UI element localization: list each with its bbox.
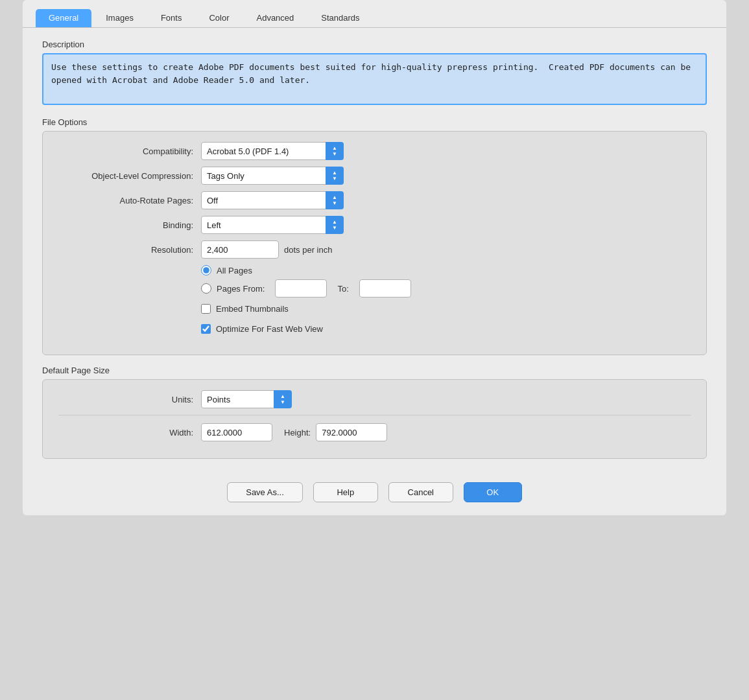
resolution-label: Resolution:: [58, 245, 201, 255]
description-textarea[interactable]: Use these settings to create Adobe PDF d…: [42, 53, 707, 105]
pages-radio-group: All Pages Pages From: To:: [201, 265, 411, 298]
binding-row: Binding: Left ▲ ▼: [58, 216, 691, 234]
binding-label: Binding:: [58, 220, 201, 230]
pages-from-option: Pages From: To:: [201, 279, 411, 298]
save-as-button[interactable]: Save As...: [227, 482, 303, 502]
autorotate-select[interactable]: Off: [201, 191, 344, 209]
pages-from-radio[interactable]: [201, 283, 211, 294]
all-pages-radio[interactable]: [201, 265, 211, 275]
file-options-panel: Compatibility: Acrobat 5.0 (PDF 1.4) ▲ ▼…: [42, 131, 707, 355]
compression-select[interactable]: Tags Only: [201, 167, 344, 185]
optimize-label: Optimize For Fast Web View: [216, 324, 323, 334]
description-section-label: Description: [42, 40, 707, 49]
tab-color[interactable]: Color: [196, 9, 242, 27]
autorotate-row: Auto-Rotate Pages: Off ▲ ▼: [58, 191, 691, 209]
to-label: To:: [337, 284, 348, 294]
width-label: Width:: [58, 428, 201, 438]
tab-fonts[interactable]: Fonts: [148, 9, 195, 27]
all-pages-label: All Pages: [217, 266, 252, 275]
embed-thumbnails-row: Embed Thumbnails: [58, 304, 691, 318]
compatibility-select-wrapper: Acrobat 5.0 (PDF 1.4) ▲ ▼: [201, 142, 344, 160]
width-height-row: Width: Height:: [58, 423, 691, 441]
optimize-checkbox-row: Optimize For Fast Web View: [201, 324, 323, 334]
units-label: Units:: [58, 395, 201, 404]
file-options-section-label: File Options: [42, 117, 707, 127]
optimize-checkbox[interactable]: [201, 324, 211, 334]
embed-thumbnails-checkbox[interactable]: [201, 304, 211, 314]
tab-content: Description Use these settings to create…: [23, 28, 726, 476]
pages-radio-row: All Pages Pages From: To:: [58, 265, 691, 298]
height-label: Height:: [284, 428, 311, 438]
compatibility-row: Compatibility: Acrobat 5.0 (PDF 1.4) ▲ ▼: [58, 142, 691, 160]
dialog: General Images Fonts Color Advanced Stan…: [23, 0, 726, 515]
binding-select[interactable]: Left: [201, 216, 344, 234]
optimize-row: Optimize For Fast Web View: [58, 324, 691, 338]
tab-advanced[interactable]: Advanced: [243, 9, 307, 27]
height-input[interactable]: [316, 423, 387, 441]
ok-button[interactable]: OK: [464, 482, 522, 502]
all-pages-option: All Pages: [201, 265, 411, 275]
resolution-input[interactable]: [201, 240, 279, 259]
page-size-divider: [58, 415, 691, 415]
units-row: Units: Points ▲ ▼: [58, 390, 691, 408]
default-page-size-section-label: Default Page Size: [42, 366, 707, 375]
compression-select-wrapper: Tags Only ▲ ▼: [201, 167, 344, 185]
compatibility-label: Compatibility:: [58, 146, 201, 156]
button-row: Save As... Help Cancel OK: [23, 476, 726, 502]
compression-label: Object-Level Compression:: [58, 171, 201, 181]
tab-images[interactable]: Images: [93, 9, 147, 27]
default-page-size-panel: Units: Points ▲ ▼ Width: Height:: [42, 379, 707, 459]
tab-bar: General Images Fonts Color Advanced Stan…: [23, 0, 726, 28]
resolution-suffix: dots per inch: [284, 245, 332, 255]
cancel-button[interactable]: Cancel: [388, 482, 453, 502]
width-input[interactable]: [201, 423, 272, 441]
pages-from-input[interactable]: [275, 279, 327, 298]
pages-from-label: Pages From:: [217, 284, 265, 294]
units-select[interactable]: Points: [201, 390, 292, 408]
tab-general[interactable]: General: [36, 9, 91, 27]
embed-thumbnails-checkbox-row: Embed Thumbnails: [201, 304, 289, 314]
compression-row: Object-Level Compression: Tags Only ▲ ▼: [58, 167, 691, 185]
binding-select-wrapper: Left ▲ ▼: [201, 216, 344, 234]
tab-standards[interactable]: Standards: [308, 9, 372, 27]
autorotate-select-wrapper: Off ▲ ▼: [201, 191, 344, 209]
units-select-wrapper: Points ▲ ▼: [201, 390, 292, 408]
embed-thumbnails-label: Embed Thumbnails: [216, 304, 289, 314]
compatibility-select[interactable]: Acrobat 5.0 (PDF 1.4): [201, 142, 344, 160]
autorotate-label: Auto-Rotate Pages:: [58, 196, 201, 205]
pages-to-input[interactable]: [359, 279, 411, 298]
help-button[interactable]: Help: [313, 482, 378, 502]
resolution-row: Resolution: dots per inch: [58, 240, 691, 259]
